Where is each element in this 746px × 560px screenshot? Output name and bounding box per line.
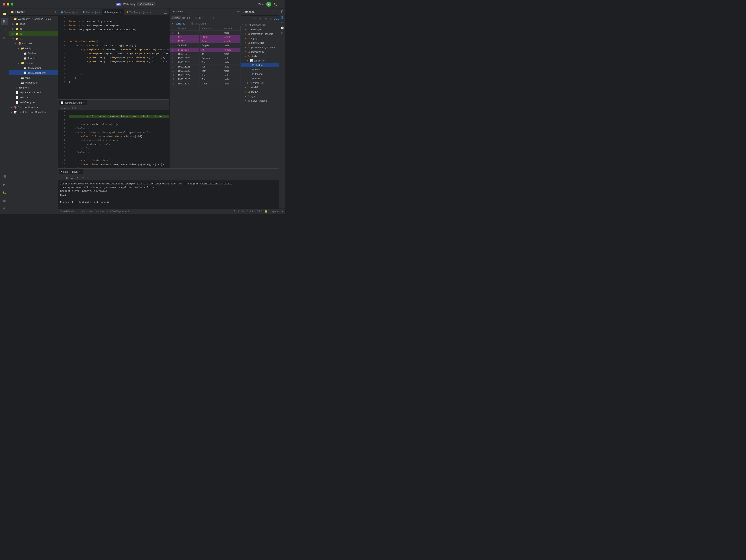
sidebar-icon-search[interactable]: 🔍 bbox=[1, 18, 8, 25]
nav-more-1[interactable]: ◁ bbox=[210, 16, 212, 19]
minimize-button[interactable] bbox=[7, 3, 9, 6]
table-row[interactable]: 43423423Angelamale bbox=[170, 43, 241, 48]
db-table-teacher[interactable]: ⊞ teacher bbox=[241, 72, 285, 76]
db-schema-btn[interactable]: ⊞ bbox=[258, 16, 263, 21]
tree-item-idea[interactable]: ▶ 📁 .idea bbox=[9, 21, 58, 26]
table-row[interactable]: 9199013125Tommale bbox=[170, 65, 241, 69]
nav-prev[interactable]: ◀ bbox=[186, 16, 188, 19]
status-encoding[interactable]: UTF-8 bbox=[255, 210, 262, 213]
tree-item-external-libs[interactable]: ▶ 📚 External Libraries bbox=[9, 105, 58, 110]
db-views[interactable]: ▶ 👁 views 2 bbox=[241, 81, 285, 85]
tree-item-mapper[interactable]: ▾ 📁 mapper bbox=[9, 61, 58, 65]
ddl-btn[interactable]: DDL bbox=[274, 16, 279, 21]
debug-icon[interactable]: 🐛 bbox=[274, 3, 277, 6]
db-server-objects[interactable]: ▶ 🖥 Server Objects bbox=[241, 98, 285, 103]
run-button[interactable]: ▶ bbox=[266, 2, 271, 7]
tab-teacher-java[interactable]: Teacher.java bbox=[81, 9, 102, 16]
terminal-up-btn[interactable]: ▲ bbox=[69, 175, 75, 180]
table-row[interactable]: 10199013126Tommale bbox=[170, 69, 241, 73]
bottom-tab-testmapper[interactable]: 📄 TestMapper.xml ✕ bbox=[59, 100, 87, 106]
sidebar-icon-git[interactable]: ⎇ bbox=[1, 26, 8, 33]
db-study[interactable]: ▾ 🗂 study bbox=[241, 54, 285, 58]
tree-item-comtest[interactable]: ▾ 📦 com.test bbox=[9, 41, 58, 46]
tab-overflow-menu[interactable]: ⋯ bbox=[163, 12, 168, 16]
student-tab[interactable]: ⊞ student ✕ bbox=[170, 9, 190, 14]
table-row[interactable]: 534234233Anfemale bbox=[170, 48, 241, 52]
sidebar-icon-database[interactable]: 🗄 bbox=[1, 173, 8, 180]
sidebar-icon-folder[interactable]: 📁 bbox=[1, 10, 8, 18]
table-row[interactable]: 8199013124Tommale bbox=[170, 60, 241, 65]
db-performance[interactable]: ▶ 🗂 performance_schema bbox=[241, 45, 285, 50]
close-button[interactable] bbox=[3, 3, 5, 6]
tree-item-text-xml[interactable]: 📄 text.xml bbox=[9, 95, 58, 100]
db-study4[interactable]: ▶ 🗂 study4 bbox=[241, 90, 285, 94]
table-row[interactable]: 12199013128Tommale bbox=[170, 77, 241, 82]
sidebar-icon-run[interactable]: ▶ bbox=[1, 181, 8, 188]
sidebar-icon-terminal[interactable]: ⊞ bbox=[1, 197, 8, 204]
db-table-user[interactable]: ⊞ user bbox=[241, 76, 285, 81]
db-sys[interactable]: ▶ 🗂 sys bbox=[241, 94, 285, 98]
db-table-teach[interactable]: ⊞ teach bbox=[241, 67, 285, 72]
project-menu[interactable]: ▾ bbox=[55, 10, 56, 13]
editor-main-java[interactable]: import com.test.entity.Student; import c… bbox=[67, 16, 169, 99]
terminal-down-btn[interactable]: ▼ bbox=[75, 175, 80, 180]
col-header-sex[interactable]: ⊞ sex ▲ bbox=[222, 26, 240, 31]
nav-more-2[interactable]: ▷ bbox=[213, 16, 215, 19]
run-tab[interactable]: ▶ Run bbox=[59, 169, 69, 174]
db-diagram-btn[interactable]: ⊡ bbox=[268, 16, 274, 21]
bottom-editor-content[interactable]: 7 8 9 10 11 12 13 14 15 16 bbox=[58, 110, 169, 168]
branch-selector[interactable]: ⎇ master ▾ bbox=[137, 2, 155, 6]
bottom-xml-content[interactable]: select *, teacher.name as tname from stu… bbox=[67, 110, 169, 168]
db-study2[interactable]: ▶ 🗂 study2 bbox=[241, 85, 285, 90]
tree-item-gitignore[interactable]: ⊘ .gitignore bbox=[9, 85, 58, 90]
db-tables[interactable]: ▾ 📊 tables 4 bbox=[241, 58, 285, 63]
tab-student-java[interactable]: Student.java bbox=[59, 9, 81, 16]
right-icon-user[interactable]: 👤 bbox=[280, 15, 285, 20]
db-onlineorder[interactable]: ▶ 🗂 onlineOrder bbox=[241, 40, 285, 45]
db-staybooking[interactable]: ▶ 🗂 staybooking bbox=[241, 50, 285, 54]
db-table-student[interactable]: ⊞ student bbox=[241, 63, 285, 67]
tree-item-webstudy[interactable]: ▾ 📁 WebStudy ~/Desktop/CS/Jav bbox=[9, 17, 58, 21]
right-icon-history[interactable]: 🕐 bbox=[280, 25, 285, 30]
status-indent[interactable]: 4 spaces bbox=[270, 210, 280, 213]
nav-first[interactable]: ⏮ bbox=[182, 16, 185, 19]
status-line-col[interactable]: 14:28 bbox=[242, 210, 248, 213]
tree-item-entity[interactable]: ▾ 📁 entity bbox=[9, 46, 58, 51]
student-tab-close[interactable]: ✕ bbox=[184, 10, 187, 13]
tree-item-testmapper-java[interactable]: ☕ TestMapper bbox=[9, 65, 58, 70]
tree-item-scratches[interactable]: ▶ 📝 Scratches and Consoles bbox=[9, 110, 58, 115]
db-localhost[interactable]: ▾ 🗄 @localhost 10 bbox=[241, 23, 285, 27]
tab-close-testmapper[interactable]: ✕ bbox=[149, 11, 152, 14]
tree-item-testmapper-xml[interactable]: 📄 TestMapper.xml bbox=[9, 70, 58, 75]
export-icon[interactable]: ⬇ bbox=[202, 16, 204, 19]
tree-item-teacher[interactable]: ☕ Teacher bbox=[9, 56, 58, 61]
col-header-sid[interactable]: ⊞ sid ▲ bbox=[176, 26, 200, 31]
tab-close-main[interactable]: ✕ bbox=[119, 11, 122, 14]
status-error-icon[interactable]: ● bbox=[282, 210, 283, 213]
add-row-icon[interactable]: + bbox=[205, 16, 206, 19]
tab-testmapper-java[interactable]: TestMapper.java ✕ bbox=[124, 9, 154, 16]
main-tab[interactable]: Main ✕ bbox=[70, 169, 83, 174]
sidebar-icon-settings[interactable]: ⚙ bbox=[1, 205, 8, 212]
tree-item-student[interactable]: ☕ Student bbox=[9, 51, 58, 56]
table-row[interactable]: 6199012312Jomale bbox=[170, 52, 241, 56]
stop-icon[interactable]: ⏹ bbox=[198, 16, 201, 19]
tree-item-main[interactable]: ☕ Main bbox=[9, 75, 58, 80]
terminal-more-btn[interactable]: ⋯ bbox=[86, 175, 90, 180]
table-row[interactable]: 7199013123EveYesmale bbox=[170, 56, 241, 60]
nav-next[interactable]: ▶ bbox=[189, 16, 191, 19]
tree-item-mybatis-config[interactable]: 📄 mybatis-config.xml bbox=[9, 90, 58, 95]
maximize-button[interactable] bbox=[11, 3, 13, 6]
db-mysql[interactable]: ▶ 🗂 mysql bbox=[241, 36, 285, 40]
db-information-schema[interactable]: ▶ 🗂 information_schema bbox=[241, 32, 285, 36]
right-icon-layout[interactable]: ⊞ bbox=[280, 31, 285, 36]
bottom-tab-menu[interactable]: ⋯ bbox=[166, 101, 168, 104]
tab-main-java[interactable]: Main.java ✕ bbox=[102, 9, 124, 16]
status-lf[interactable]: LF bbox=[250, 210, 253, 213]
terminal-restart-btn[interactable]: ↻ bbox=[59, 175, 64, 180]
db-remove-btn[interactable]: − bbox=[247, 16, 252, 21]
db-ebean[interactable]: ▶ 🗂 ebean_test bbox=[241, 27, 285, 32]
tree-item-lib[interactable]: ▶ 📁 lib bbox=[9, 26, 58, 31]
code-editor[interactable]: 1 2 3 4 5 6 7 8 9 10 11 bbox=[58, 16, 169, 168]
sidebar-icon-bug[interactable]: 🐛 bbox=[1, 189, 8, 196]
